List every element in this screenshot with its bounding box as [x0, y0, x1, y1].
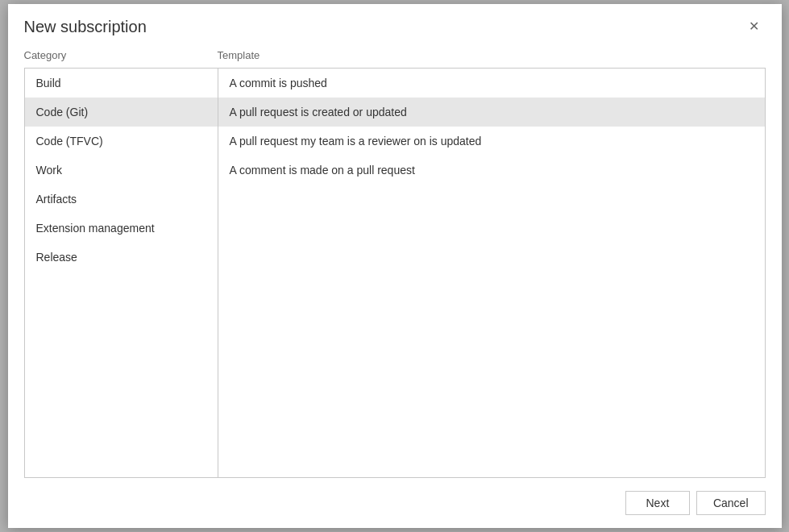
cancel-button[interactable]: Cancel	[696, 491, 766, 515]
category-panel: BuildCode (Git)Code (TFVC)WorkArtifactsE…	[25, 69, 218, 477]
category-column-label: Category	[24, 49, 218, 61]
content-area: BuildCode (Git)Code (TFVC)WorkArtifactsE…	[24, 68, 766, 478]
category-item-code-git[interactable]: Code (Git)	[25, 98, 218, 127]
category-item-artifacts[interactable]: Artifacts	[25, 185, 218, 214]
category-item-code-tfvc[interactable]: Code (TFVC)	[25, 127, 218, 156]
dialog-title: New subscription	[24, 18, 147, 36]
category-item-release[interactable]: Release	[25, 243, 218, 272]
dialog-body: Category Template BuildCode (Git)Code (T…	[8, 36, 782, 478]
template-item-commit-pushed[interactable]: A commit is pushed	[218, 69, 765, 98]
template-item-comment-pull-request[interactable]: A comment is made on a pull request	[218, 156, 765, 185]
dialog-footer: Next Cancel	[8, 478, 782, 528]
next-button[interactable]: Next	[625, 491, 690, 515]
dialog-header: New subscription ✕	[8, 4, 782, 36]
new-subscription-dialog: New subscription ✕ Category Template Bui…	[8, 4, 782, 528]
template-panel: A commit is pushedA pull request is crea…	[218, 69, 765, 477]
template-column-label: Template	[218, 49, 766, 61]
template-item-pull-request-reviewer[interactable]: A pull request my team is a reviewer on …	[218, 127, 765, 156]
close-button[interactable]: ✕	[742, 17, 766, 36]
template-item-pull-request-created[interactable]: A pull request is created or updated	[218, 98, 765, 127]
category-item-build[interactable]: Build	[25, 69, 218, 98]
category-item-extension-management[interactable]: Extension management	[25, 214, 218, 243]
category-item-work[interactable]: Work	[25, 156, 218, 185]
column-labels: Category Template	[24, 49, 766, 61]
